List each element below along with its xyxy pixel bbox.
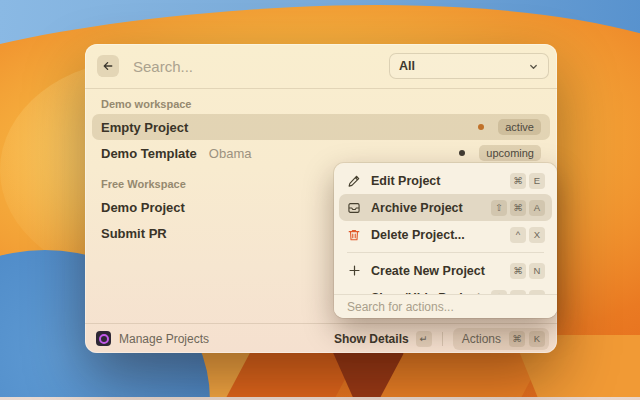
shortcut-keys: ⇧ ⌘ A (491, 200, 545, 216)
arrow-left-icon (102, 60, 114, 72)
shortcut-keys: ⌘ E (510, 173, 545, 189)
chevron-down-icon (528, 61, 539, 72)
actions-menu: Edit Project ⌘ E Archive Project ⇧ ⌘ A (334, 163, 557, 318)
footer-divider (442, 332, 443, 346)
status-badge: active (498, 119, 541, 135)
trash-icon (346, 228, 362, 242)
archive-icon (346, 201, 362, 215)
status-badge: upcoming (479, 145, 541, 161)
manage-projects-app-icon (96, 331, 111, 346)
cmd-key: ⌘ (509, 331, 525, 347)
item-title: Demo Template (101, 146, 197, 161)
list-item-empty-project[interactable]: Empty Project active (92, 114, 550, 140)
menu-divider (347, 252, 544, 253)
menu-item-archive-project[interactable]: Archive Project ⇧ ⌘ A (339, 194, 552, 221)
back-button[interactable] (97, 55, 119, 77)
status-dot (478, 124, 484, 130)
filter-dropdown-value: All (399, 59, 528, 73)
menu-item-create-new-project[interactable]: Create New Project ⌘ N (339, 257, 552, 284)
return-key-icon: ↵ (416, 331, 432, 347)
search-input[interactable] (131, 57, 377, 76)
shortcut-keys: ⌘ N (510, 263, 545, 279)
status-dot (459, 150, 465, 156)
actions-search-input[interactable] (345, 299, 546, 315)
plus-icon (346, 264, 362, 277)
window-footer: Manage Projects Show Details ↵ Actions ⌘… (85, 323, 557, 353)
filter-dropdown[interactable]: All (389, 53, 549, 79)
section-label: Demo workspace (101, 98, 541, 110)
item-title: Empty Project (101, 120, 188, 135)
show-details-button[interactable]: Show Details (334, 332, 409, 346)
footer-app-name: Manage Projects (119, 332, 209, 346)
k-key: K (529, 331, 545, 347)
item-title: Demo Project (101, 200, 185, 215)
search-header: All (85, 44, 557, 89)
menu-item-delete-project[interactable]: Delete Project... ^ X (339, 221, 552, 248)
item-title: Submit PR (101, 226, 167, 241)
menu-item-edit-project[interactable]: Edit Project ⌘ E (339, 167, 552, 194)
pencil-icon (346, 174, 362, 188)
actions-button[interactable]: Actions ⌘ K (453, 328, 549, 350)
actions-search-bar (334, 294, 557, 318)
shortcut-keys: ^ X (510, 227, 545, 243)
item-subtitle: Obama (209, 146, 252, 161)
